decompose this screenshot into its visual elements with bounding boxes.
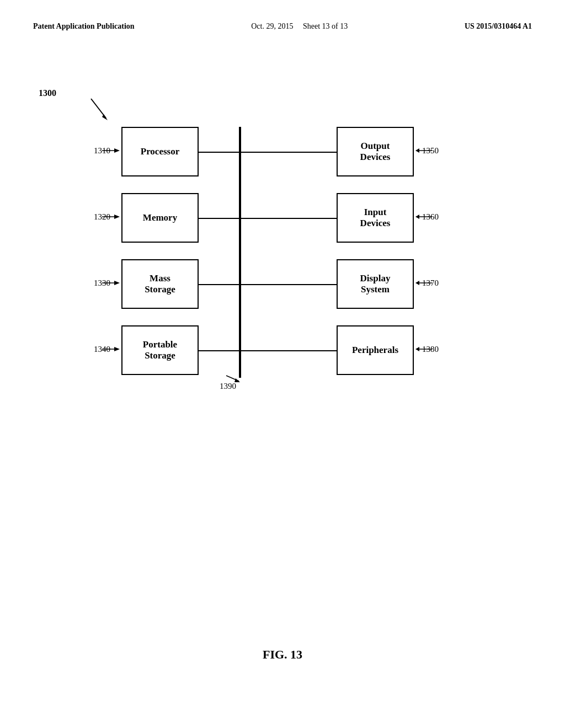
connector-1360: [415, 213, 435, 220]
connector-1350: [415, 147, 435, 154]
header-patent-number: US 2015/0310464 A1: [465, 22, 532, 31]
hline-outputdevices-right: [241, 152, 337, 153]
svg-marker-7: [114, 281, 120, 285]
arrow-1390: [207, 373, 240, 387]
header-publication: Patent Application Publication: [33, 22, 135, 31]
box-input-devices: Input Devices: [337, 193, 414, 243]
hline-peripherals-right: [241, 350, 337, 351]
hline-displaysystem-right: [241, 284, 337, 285]
svg-marker-3: [114, 148, 120, 153]
figure-caption: FIG. 13: [0, 647, 565, 662]
header-date: Oct. 29, 2015: [251, 22, 293, 30]
box-processor: Processor: [121, 127, 199, 176]
svg-marker-11: [415, 148, 419, 153]
connector-1340: [102, 346, 121, 352]
box-portable-storage: Portable Storage: [121, 325, 199, 375]
diagram-area: 1300 1310: [33, 88, 530, 463]
header-sheet: Sheet 13 of 13: [303, 22, 348, 30]
svg-marker-19: [234, 378, 240, 382]
hline-processor-left: [199, 152, 239, 153]
box-display-system: Display System: [337, 259, 414, 309]
hline-massstorage-left: [199, 284, 239, 285]
connector-1330: [102, 280, 121, 286]
svg-marker-5: [114, 215, 120, 219]
svg-marker-17: [415, 347, 419, 351]
header-date-sheet: Oct. 29, 2015 Sheet 13 of 13: [251, 22, 348, 31]
svg-marker-1: [102, 114, 108, 120]
box-mass-storage: Mass Storage: [121, 259, 199, 309]
connector-1310: [102, 147, 121, 154]
svg-marker-9: [114, 347, 120, 351]
boxes-container: 1310 Processor 1320 Memory 1330 Mass Sto…: [66, 127, 497, 447]
page: Patent Application Publication Oct. 29, …: [0, 0, 565, 728]
hline-portablestorage-left: [199, 350, 239, 351]
connector-1380: [415, 346, 435, 352]
connector-1370: [415, 280, 435, 286]
connector-1320: [102, 213, 121, 220]
center-bus: [239, 127, 241, 378]
box-memory: Memory: [121, 193, 199, 243]
hline-inputdevices-right: [241, 218, 337, 219]
box-peripherals: Peripherals: [337, 325, 414, 375]
hline-memory-left: [199, 218, 239, 219]
svg-marker-13: [415, 215, 419, 219]
svg-marker-15: [415, 281, 419, 285]
page-header: Patent Application Publication Oct. 29, …: [33, 22, 532, 31]
box-output-devices: Output Devices: [337, 127, 414, 176]
ref-label-1300: 1300: [39, 88, 56, 98]
arrow-1300: [72, 96, 116, 126]
